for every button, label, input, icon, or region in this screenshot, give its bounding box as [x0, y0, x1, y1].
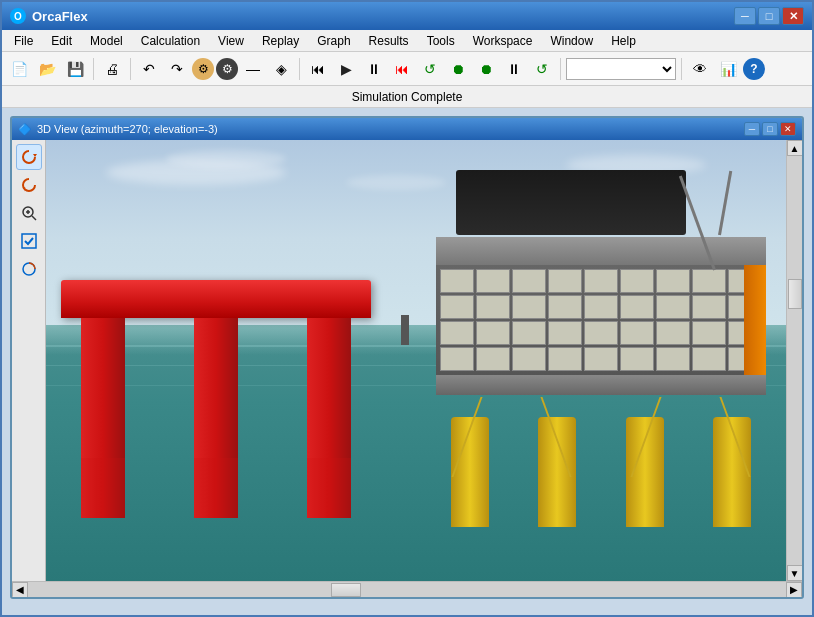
- view-icon: 🔷: [18, 123, 32, 136]
- scroll-horizontal-thumb[interactable]: [331, 583, 361, 597]
- restore-button[interactable]: □: [758, 7, 780, 25]
- menu-file[interactable]: File: [6, 31, 41, 51]
- help-button[interactable]: ?: [743, 58, 765, 80]
- zoom-tool-button[interactable]: [16, 200, 42, 226]
- menu-edit[interactable]: Edit: [43, 31, 80, 51]
- view-title-bar: 🔷 3D View (azimuth=270; elevation=-3) ─ …: [12, 118, 802, 140]
- oil-rig: [436, 170, 776, 527]
- small-object: [401, 315, 409, 345]
- loop-button[interactable]: ↺: [417, 56, 443, 82]
- menu-model[interactable]: Model: [82, 31, 131, 51]
- title-bar: O OrcaFlex ─ □ ✕: [2, 2, 812, 30]
- toolbar-separator-3: [299, 58, 300, 80]
- menu-help[interactable]: Help: [603, 31, 644, 51]
- menu-view[interactable]: View: [210, 31, 252, 51]
- menu-calculation[interactable]: Calculation: [133, 31, 208, 51]
- svg-line-3: [32, 216, 36, 220]
- new-button[interactable]: 📄: [6, 56, 32, 82]
- menu-graph[interactable]: Graph: [309, 31, 358, 51]
- scroll-vertical-thumb[interactable]: [788, 279, 802, 309]
- scroll-right-arrow[interactable]: ▶: [786, 582, 802, 598]
- minimize-button[interactable]: ─: [734, 7, 756, 25]
- main-content: 🔷 3D View (azimuth=270; elevation=-3) ─ …: [2, 108, 812, 617]
- toolbar-separator-2: [130, 58, 131, 80]
- view-close-button[interactable]: ✕: [780, 122, 796, 136]
- record-button-2[interactable]: ⏺: [473, 56, 499, 82]
- view-title-left: 🔷 3D View (azimuth=270; elevation=-3): [18, 123, 218, 136]
- 3d-canvas[interactable]: [46, 140, 786, 581]
- view-window-controls: ─ □ ✕: [744, 122, 796, 136]
- save-button[interactable]: 💾: [62, 56, 88, 82]
- view-left-toolbar: ↑: [12, 140, 46, 581]
- menu-workspace[interactable]: Workspace: [465, 31, 541, 51]
- vertical-scrollbar: ▲ ▼: [786, 140, 802, 581]
- separator-icon: —: [240, 56, 266, 82]
- open-button[interactable]: 📂: [34, 56, 60, 82]
- rewind-button[interactable]: ⏮: [389, 56, 415, 82]
- svg-marker-0: [33, 154, 37, 157]
- stop-button[interactable]: ⏸: [501, 56, 527, 82]
- toolbar-separator-4: [560, 58, 561, 80]
- view-body: ↑: [12, 140, 802, 581]
- title-bar-left: O OrcaFlex: [10, 8, 88, 24]
- select-filter-button[interactable]: [16, 228, 42, 254]
- print-button[interactable]: 🖨: [99, 56, 125, 82]
- menu-replay[interactable]: Replay: [254, 31, 307, 51]
- menu-results[interactable]: Results: [361, 31, 417, 51]
- view-options-button[interactable]: [16, 256, 42, 282]
- view-title: 3D View (azimuth=270; elevation=-3): [37, 123, 218, 135]
- settings-button-2[interactable]: ⚙: [216, 58, 238, 80]
- rotate-tool-button[interactable]: [16, 144, 42, 170]
- scroll-vertical-track[interactable]: [788, 156, 802, 565]
- zoom-region-tool-button[interactable]: ↑: [16, 172, 42, 198]
- status-text: Simulation Complete: [352, 90, 463, 104]
- view-combo[interactable]: [566, 58, 676, 80]
- settings-button-1[interactable]: ⚙: [192, 58, 214, 80]
- app-icon: O: [10, 8, 26, 24]
- title-controls: ─ □ ✕: [734, 7, 804, 25]
- play-button[interactable]: ▶: [333, 56, 359, 82]
- close-button[interactable]: ✕: [782, 7, 804, 25]
- scroll-horizontal-track[interactable]: [28, 583, 786, 597]
- record-button-1[interactable]: ⏺: [445, 56, 471, 82]
- svg-text:↑: ↑: [23, 185, 27, 192]
- menu-tools[interactable]: Tools: [419, 31, 463, 51]
- view-minimize-button[interactable]: ─: [744, 122, 760, 136]
- toolbar: 📄 📂 💾 🖨 ↶ ↷ ⚙ ⚙ — ◈ ⏮ ▶ ⏸ ⏮ ↺ ⏺ ⏺ ⏸ ↺ 👁 …: [2, 52, 812, 86]
- red-platform: [61, 280, 371, 405]
- select-button[interactable]: ◈: [268, 56, 294, 82]
- toolbar-separator-5: [681, 58, 682, 80]
- pause-button[interactable]: ⏸: [361, 56, 387, 82]
- horizontal-scrollbar: ◀ ▶: [12, 581, 802, 597]
- icon-button-1[interactable]: 👁: [687, 56, 713, 82]
- undo-button[interactable]: ↶: [136, 56, 162, 82]
- redo-button[interactable]: ↷: [164, 56, 190, 82]
- menu-window[interactable]: Window: [542, 31, 601, 51]
- icon-button-2[interactable]: 📊: [715, 56, 741, 82]
- app-title: OrcaFlex: [32, 9, 88, 24]
- scroll-left-arrow[interactable]: ◀: [12, 582, 28, 598]
- scroll-up-arrow[interactable]: ▲: [787, 140, 803, 156]
- skip-start-button[interactable]: ⏮: [305, 56, 331, 82]
- scroll-down-arrow[interactable]: ▼: [787, 565, 803, 581]
- view-restore-button[interactable]: □: [762, 122, 778, 136]
- view-window: 🔷 3D View (azimuth=270; elevation=-3) ─ …: [10, 116, 804, 599]
- toolbar-separator-1: [93, 58, 94, 80]
- menu-bar: File Edit Model Calculation View Replay …: [2, 30, 812, 52]
- svg-rect-6: [22, 234, 36, 248]
- refresh-button[interactable]: ↺: [529, 56, 555, 82]
- status-bar: Simulation Complete: [2, 86, 812, 108]
